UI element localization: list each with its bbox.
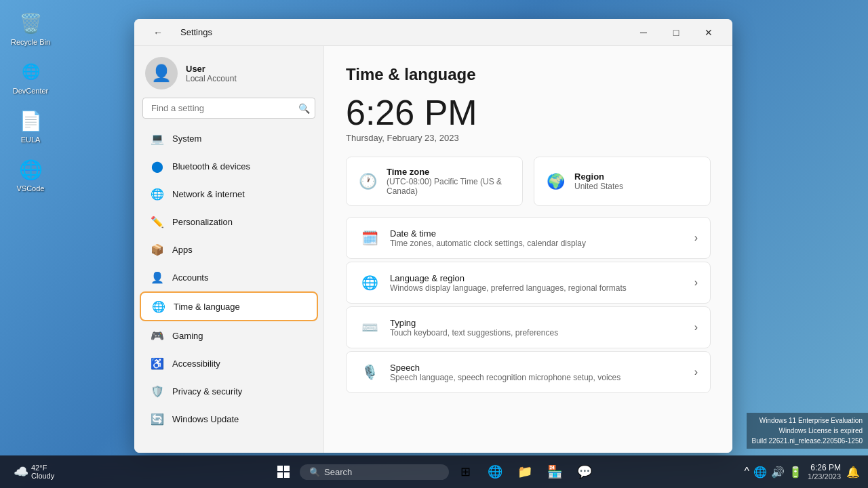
sidebar-item-windows-update[interactable]: 🔄 Windows Update xyxy=(140,405,318,432)
desktop: 🗑️ Recycle Bin 🌐 DevCenter 📄 EULA 🌐 VSCo… xyxy=(0,0,868,488)
region-subtitle: United States xyxy=(574,182,623,191)
sidebar-item-accessibility[interactable]: ♿ Accessibility xyxy=(140,350,318,377)
sidebar-item-label: Accounts xyxy=(172,272,208,283)
title-bar-left: ← Settings xyxy=(142,22,212,43)
minimize-button[interactable]: ─ xyxy=(628,22,659,43)
quick-cards: 🕐 Time zone (UTC-08:00) Pacific Time (US… xyxy=(346,157,711,206)
taskbar-search-icon: 🔍 xyxy=(309,467,320,477)
task-view-button[interactable]: ⊞ xyxy=(452,458,479,485)
setting-row-date-time[interactable]: 🗓️ Date & time Time zones, automatic clo… xyxy=(346,217,711,259)
timezone-subtitle: (UTC-08:00) Pacific Time (US & Canada) xyxy=(387,177,510,196)
region-info: Region United States xyxy=(574,171,623,191)
vscode-icon[interactable]: 🌐 VSCode xyxy=(7,153,54,195)
notification-icon[interactable]: 🔔 xyxy=(846,466,860,479)
dev-center-icon[interactable]: 🌐 DevCenter xyxy=(7,56,54,98)
svg-rect-3 xyxy=(284,472,290,478)
desktop-icons: 🗑️ Recycle Bin 🌐 DevCenter 📄 EULA 🌐 VSCo… xyxy=(7,7,54,195)
clock-date: 1/23/2023 xyxy=(808,472,841,481)
sidebar-item-system[interactable]: 💻 System xyxy=(140,125,318,152)
sidebar-search: 🔍 xyxy=(142,98,315,119)
sidebar-item-privacy-security[interactable]: 🛡️ Privacy & security xyxy=(140,378,318,405)
region-icon: 🌍 xyxy=(547,173,565,190)
chevron-right-icon: › xyxy=(694,277,698,289)
file-explorer-button[interactable]: 📁 xyxy=(511,458,538,485)
language-region-info: Language & region Windows display langua… xyxy=(390,273,685,293)
setting-row-speech[interactable]: 🎙️ Speech Speech language, speech recogn… xyxy=(346,351,711,393)
speech-desc: Speech language, speech recognition micr… xyxy=(390,373,685,382)
timezone-info: Time zone (UTC-08:00) Pacific Time (US &… xyxy=(387,167,510,196)
language-region-title: Language & region xyxy=(390,273,685,283)
speech-title: Speech xyxy=(390,363,685,373)
ms-store-button[interactable]: 🏪 xyxy=(541,458,568,485)
teams-button[interactable]: 💬 xyxy=(571,458,598,485)
weather-icon: ☁️ xyxy=(14,464,28,479)
search-icon: 🔍 xyxy=(298,103,310,114)
chevron-right-icon: › xyxy=(694,321,698,333)
current-time: 6:26 PM xyxy=(346,95,711,130)
setting-row-language-region[interactable]: 🌐 Language & region Windows display lang… xyxy=(346,262,711,304)
weather-widget[interactable]: ☁️ 42°F Cloudy xyxy=(8,458,60,485)
title-bar: ← Settings ─ □ ✕ xyxy=(134,19,732,46)
network-icon: 🌐 xyxy=(151,187,164,201)
close-button[interactable]: ✕ xyxy=(693,22,724,43)
window-controls: ─ □ ✕ xyxy=(628,22,724,43)
user-info: User Local Account xyxy=(186,64,237,83)
typing-desc: Touch keyboard, text suggestions, prefer… xyxy=(390,328,685,338)
back-button[interactable]: ← xyxy=(142,22,174,43)
taskbar-clock[interactable]: 6:26 PM 1/23/2023 xyxy=(808,463,841,481)
accessibility-icon: ♿ xyxy=(151,357,164,370)
window-title: Settings xyxy=(180,27,212,37)
system-icon: 💻 xyxy=(151,131,164,145)
network-tray-icon[interactable]: 🌐 xyxy=(753,466,767,479)
sidebar-item-label: Network & internet xyxy=(172,189,245,199)
find-setting-input[interactable] xyxy=(142,98,315,119)
user-profile[interactable]: 👤 User Local Account xyxy=(134,46,323,98)
sidebar-item-label: Windows Update xyxy=(172,414,239,424)
sidebar-item-accounts[interactable]: 👤 Accounts xyxy=(140,264,318,291)
typing-info: Typing Touch keyboard, text suggestions,… xyxy=(390,318,685,338)
accounts-icon: 👤 xyxy=(151,270,164,284)
taskbar-search[interactable]: 🔍 Search xyxy=(300,464,449,480)
sidebar-item-personalization[interactable]: ✏️ Personalization xyxy=(140,208,318,235)
sidebar-item-label: Apps xyxy=(172,245,193,255)
system-tray: ^ 🌐 🔊 🔋 xyxy=(745,466,803,479)
volume-icon[interactable]: 🔊 xyxy=(771,466,785,479)
sidebar-item-label: Personalization xyxy=(172,217,233,227)
sidebar-nav: 💻 System ⬤ Bluetooth & devices 🌐 Network… xyxy=(134,124,323,433)
sidebar-item-label: Accessibility xyxy=(172,359,220,369)
setting-row-typing[interactable]: ⌨️ Typing Touch keyboard, text suggestio… xyxy=(346,306,711,348)
maximize-button[interactable]: □ xyxy=(660,22,692,43)
windows-watermark: Windows 11 Enterprise Evaluation Windows… xyxy=(747,413,868,449)
taskbar-search-label: Search xyxy=(324,467,352,477)
eula-pdf-icon[interactable]: 📄 EULA xyxy=(7,104,54,146)
user-name: User xyxy=(186,64,237,74)
region-card[interactable]: 🌍 Region United States xyxy=(534,157,711,206)
recycle-bin-icon[interactable]: 🗑️ Recycle Bin xyxy=(7,7,54,49)
taskbar: ☁️ 42°F Cloudy 🔍 Search ⊞ 🌐 📁 🏪 xyxy=(0,455,868,488)
sidebar-item-time-language[interactable]: 🌐 Time & language xyxy=(140,291,318,321)
edge-button[interactable]: 🌐 xyxy=(481,458,509,485)
settings-window: ← Settings ─ □ ✕ 👤 User Local Account xyxy=(134,19,732,453)
clock-time: 6:26 PM xyxy=(808,463,841,472)
taskbar-left: ☁️ 42°F Cloudy xyxy=(8,458,60,485)
sidebar-item-bluetooth[interactable]: ⬤ Bluetooth & devices xyxy=(140,152,318,180)
settings-list: 🗓️ Date & time Time zones, automatic clo… xyxy=(346,217,711,394)
privacy-icon: 🛡️ xyxy=(151,384,164,398)
chevron-up-icon[interactable]: ^ xyxy=(745,466,750,478)
date-time-desc: Time zones, automatic clock settings, ca… xyxy=(390,239,685,248)
bluetooth-icon: ⬤ xyxy=(151,159,164,173)
start-button[interactable] xyxy=(270,458,297,485)
taskbar-center: 🔍 Search ⊞ 🌐 📁 🏪 💬 xyxy=(270,458,598,485)
sidebar-item-apps[interactable]: 📦 Apps xyxy=(140,236,318,263)
sidebar-item-gaming[interactable]: 🎮 Gaming xyxy=(140,322,318,349)
speech-info: Speech Speech language, speech recogniti… xyxy=(390,363,685,382)
battery-icon[interactable]: 🔋 xyxy=(789,466,802,479)
apps-icon: 📦 xyxy=(151,243,164,256)
timezone-card[interactable]: 🕐 Time zone (UTC-08:00) Pacific Time (US… xyxy=(346,157,523,206)
avatar: 👤 xyxy=(145,57,178,89)
sidebar-item-label: Bluetooth & devices xyxy=(172,161,250,171)
sidebar-item-network[interactable]: 🌐 Network & internet xyxy=(140,180,318,207)
typing-title: Typing xyxy=(390,318,685,328)
svg-rect-0 xyxy=(277,466,283,471)
window-body: 👤 User Local Account 🔍 💻 System xyxy=(134,46,732,453)
